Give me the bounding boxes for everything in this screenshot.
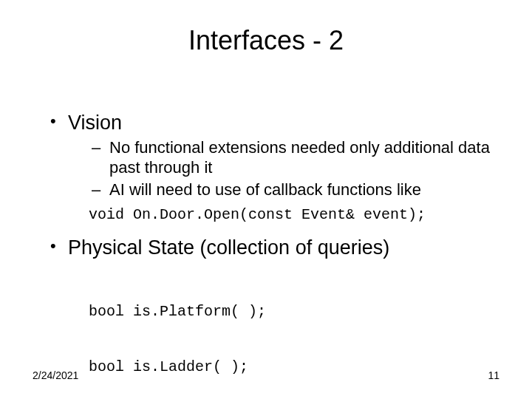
footer-page-number: 11 [488, 369, 499, 381]
sub-bullet-list: No functional extensions needed only add… [68, 137, 497, 200]
code-line: bool is.Platform( ); [89, 302, 497, 321]
slide: Interfaces - 2 Vision No functional exte… [0, 0, 532, 399]
bullet-physical-state: Physical State (collection of queries) b… [47, 236, 497, 399]
sub-bullet: AI will need to use of callback function… [68, 180, 497, 200]
bullet-text: Vision [68, 112, 122, 134]
sub-bullet: No functional extensions needed only add… [68, 137, 497, 178]
bullet-vision: Vision No functional extensions needed o… [47, 111, 497, 224]
bullet-list: Vision No functional extensions needed o… [47, 111, 497, 399]
slide-title: Interfaces - 2 [0, 25, 532, 56]
bullet-text: Physical State (collection of queries) [68, 236, 389, 259]
footer-date: 2/24/2021 [33, 369, 78, 381]
code-line: bool is.Ladder( ); [89, 358, 497, 376]
code-block: void On.Door.Open(const Event& event); [89, 205, 497, 224]
code-block: bool is.Platform( ); bool is.Ladder( ); … [89, 265, 497, 399]
slide-body: Vision No functional extensions needed o… [47, 111, 497, 399]
